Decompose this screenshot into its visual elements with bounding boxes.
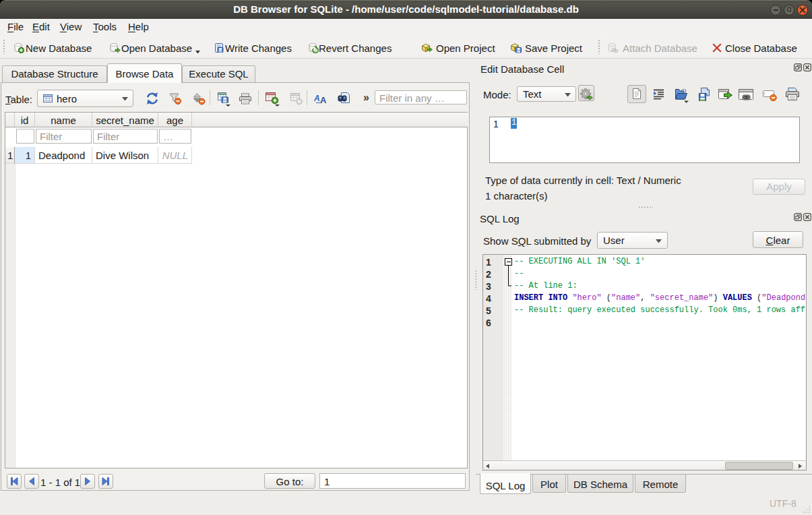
svg-text:A: A (314, 94, 320, 103)
